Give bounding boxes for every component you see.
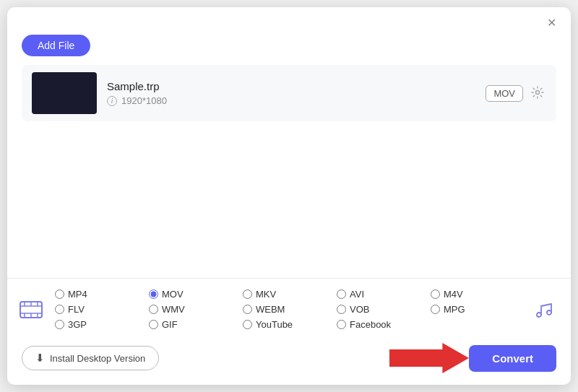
main-dialog: ✕ Add File Sample.trp i 1920*1080 MOV [7,7,571,385]
download-icon: ⬇ [35,352,45,365]
format-option-vob[interactable]: VOB [337,304,429,315]
action-bar: ⬇ Install Desktop Version Convert [7,336,571,385]
svg-point-0 [536,91,540,95]
install-desktop-button[interactable]: ⬇ Install Desktop Version [22,346,159,370]
title-bar: ✕ [7,7,571,35]
file-name: Sample.trp [107,80,475,92]
top-bar: Add File [7,35,571,65]
format-option-mpg[interactable]: MPG [431,304,523,315]
format-option-avi[interactable]: AVI [337,289,429,300]
right-side: Convert [389,341,556,375]
file-list-area: Sample.trp i 1920*1080 MOV [7,65,571,278]
format-option-mp4[interactable]: MP4 [55,289,147,300]
file-meta: i 1920*1080 [107,95,475,106]
settings-icon[interactable] [530,85,546,101]
format-option-3gp[interactable]: 3GP [55,319,147,330]
format-option-mkv[interactable]: MKV [243,289,335,300]
format-option-gif[interactable]: GIF [149,319,241,330]
svg-point-10 [537,313,541,317]
format-badge[interactable]: MOV [486,85,523,102]
file-item: Sample.trp i 1920*1080 MOV [22,65,556,121]
file-actions: MOV [486,85,546,102]
format-option-mov[interactable]: MOV [149,289,241,300]
format-option-m4v[interactable]: M4V [431,289,523,300]
svg-marker-12 [389,343,469,373]
format-picker: MP4 MOV MKV AVI M4V FLV [7,286,571,336]
file-info: Sample.trp i 1920*1080 [107,80,475,106]
video-format-icon[interactable] [14,293,48,326]
file-thumbnail [32,72,97,114]
format-option-flv[interactable]: FLV [55,304,147,315]
format-option-wmv[interactable]: WMV [149,304,241,315]
format-option-youtube[interactable]: YouTube [243,319,335,330]
format-option-facebook[interactable]: Facebook [337,319,429,330]
close-button[interactable]: ✕ [543,14,559,30]
add-file-button[interactable]: Add File [22,35,90,56]
arrow-indicator [389,341,469,375]
convert-button[interactable]: Convert [469,345,556,372]
bottom-section: MP4 MOV MKV AVI M4V FLV [7,278,571,385]
format-option-webm[interactable]: WEBM [243,304,335,315]
info-icon: i [107,96,117,106]
music-format-icon[interactable] [530,297,556,323]
format-grid: MP4 MOV MKV AVI M4V FLV [55,289,523,330]
file-resolution: 1920*1080 [121,95,167,106]
install-label: Install Desktop Version [50,353,145,364]
